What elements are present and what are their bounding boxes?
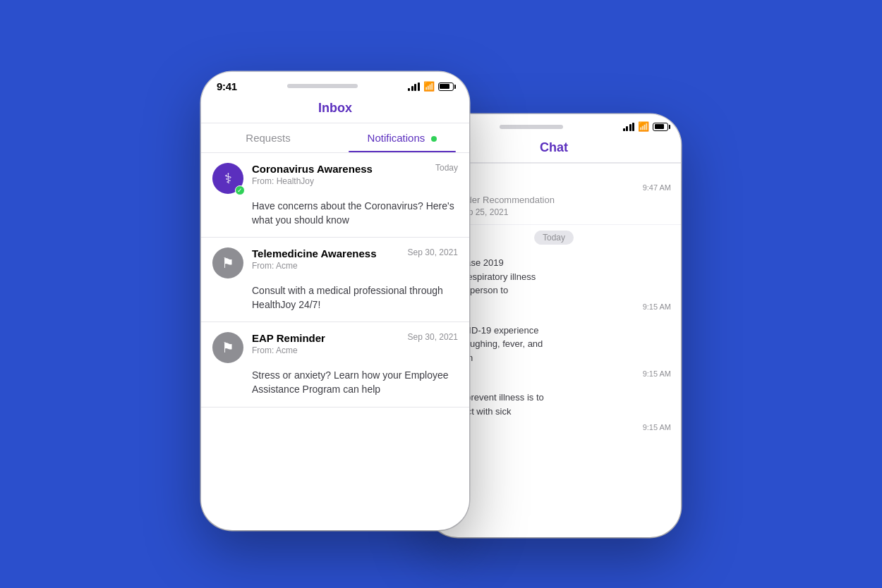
status-icons-right: 📶: [623, 121, 669, 132]
notif-meta-coronavirus: Coronavirus Awareness Today From: Health…: [252, 163, 458, 186]
signal-icon-right: [623, 123, 635, 131]
notification-item-telemedicine[interactable]: ⚑ Telemedicine Awareness Sep 30, 2021 Fr…: [201, 238, 469, 322]
chat-time-2: 9:15 AM: [643, 302, 671, 311]
tab-notifications[interactable]: Notifications: [335, 123, 469, 152]
chat-partial-label: oy: [437, 171, 671, 181]
notification-dot: [431, 136, 437, 142]
chat-provider-date: Mon, Sep 25, 2021: [437, 207, 671, 217]
notif-icon-eap: ⚑: [212, 332, 243, 363]
battery-icon-right: [653, 123, 668, 131]
status-icons: 📶: [408, 81, 454, 92]
notification-item-coronavirus[interactable]: ⚕ ✓ Coronavirus Awareness Today From: He…: [201, 153, 469, 238]
notif-icon-telemedicine: ⚑: [212, 247, 243, 278]
notif-from-coronavirus: From: HealthJoy: [252, 176, 458, 186]
status-bar-left: 9:41 📶: [201, 72, 469, 97]
chat-time-4: 9:15 AM: [643, 423, 671, 431]
hj-badge: ✓: [235, 185, 245, 195]
notifications-list: ⚕ ✓ Coronavirus Awareness Today From: He…: [201, 153, 469, 520]
notif-body-coronavirus: Have concerns about the Coronavirus? Her…: [212, 200, 458, 227]
signal-icon: [408, 82, 420, 91]
notif-icon-healthjoy: ⚕ ✓: [212, 163, 243, 194]
notif-from-telemedicine: From: Acme: [252, 261, 458, 271]
chat-text-1: us disease 20199) is a respiratory illne…: [437, 256, 671, 298]
chat-time-1: 9:47 AM: [643, 183, 671, 192]
chat-text-2: ith COVID-19 experiences like coughing, …: [437, 324, 671, 365]
inbox-screen: Inbox Requests Notifications ⚕: [201, 97, 469, 520]
notif-body-eap: Stress or anxiety? Learn how your Employ…: [212, 369, 458, 396]
tab-requests[interactable]: Requests: [201, 123, 335, 152]
medical-icon: ⚕: [224, 170, 232, 187]
notif-from-eap: From: Acme: [252, 345, 458, 355]
notif-date-telemedicine: Sep 30, 2021: [408, 247, 458, 257]
date-pill-today: Today: [534, 231, 574, 245]
wifi-icon-right: 📶: [638, 121, 649, 132]
notch-capsule: [287, 84, 358, 88]
capsule-right: [500, 125, 563, 129]
notif-meta-telemedicine: Telemedicine Awareness Sep 30, 2021 From…: [252, 247, 458, 271]
wifi-icon: 📶: [423, 81, 435, 92]
chat-text-3: way to prevent illness is toe contact wi…: [437, 391, 671, 418]
flag-icon-eap: ⚑: [222, 339, 234, 356]
time-display: 9:41: [217, 80, 237, 92]
notif-title-eap: EAP Reminder: [252, 332, 325, 344]
notif-date-eap: Sep 30, 2021: [408, 332, 458, 342]
inbox-title: Inbox: [201, 97, 469, 123]
chat-provider-name: D Provider Recommendation: [437, 195, 671, 205]
phone-inbox: 9:41 📶 Inbox Requests Notifi: [201, 72, 469, 530]
phones-container: 9:41 📶 Inbox Requests Notifi: [201, 72, 681, 537]
flag-icon: ⚑: [222, 255, 234, 271]
chat-time-3: 9:15 AM: [643, 369, 671, 378]
notif-title-coronavirus: Coronavirus Awareness: [252, 163, 373, 175]
notif-meta-eap: EAP Reminder Sep 30, 2021 From: Acme: [252, 332, 458, 355]
notif-date-coronavirus: Today: [435, 163, 458, 173]
notif-title-telemedicine: Telemedicine Awareness: [252, 247, 376, 259]
tabs-container: Requests Notifications: [201, 123, 469, 153]
battery-icon: [438, 82, 454, 91]
notif-body-telemedicine: Consult with a medical professional thro…: [212, 284, 458, 312]
notification-item-eap[interactable]: ⚑ EAP Reminder Sep 30, 2021 From: Acme S…: [201, 322, 469, 407]
